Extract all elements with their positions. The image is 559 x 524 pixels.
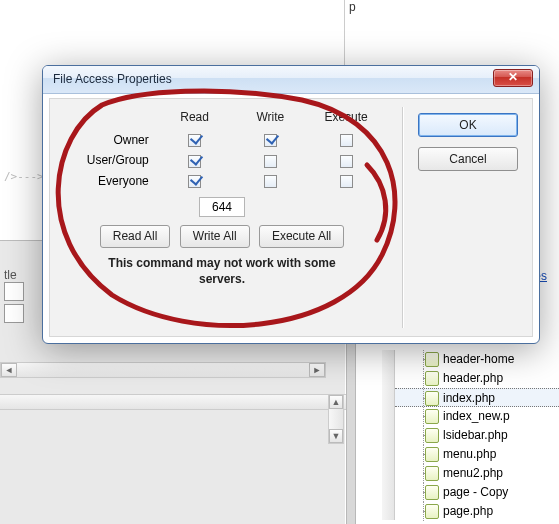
close-icon: ✕ — [508, 70, 518, 84]
php-file-icon — [425, 504, 439, 519]
scroll-down-icon[interactable]: ▼ — [329, 429, 343, 443]
file-name: header-home — [443, 352, 514, 366]
file-row[interactable]: lsidebar.php — [395, 426, 559, 445]
file-name: page - Copy — [443, 485, 508, 499]
php-file-icon — [425, 485, 439, 500]
php-file-icon — [425, 466, 439, 481]
file-name: page.php — [443, 504, 493, 518]
row-everyone-label: Everyone — [60, 171, 157, 191]
panel-drag-bar[interactable] — [0, 394, 346, 410]
php-file-icon — [425, 447, 439, 462]
scroll-left-icon[interactable]: ◄ — [1, 363, 17, 377]
file-row[interactable]: menu.php — [395, 445, 559, 464]
file-name: menu.php — [443, 447, 496, 461]
properties-field-1[interactable] — [4, 282, 24, 301]
properties-title-fragment: tle — [4, 268, 17, 282]
cancel-button[interactable]: Cancel — [418, 147, 518, 171]
php-file-icon — [425, 409, 439, 424]
file-row[interactable]: header.php — [395, 369, 559, 388]
bulk-buttons-row: Read All Write All Execute All — [60, 225, 384, 248]
scroll-right-icon[interactable]: ► — [309, 363, 325, 377]
file-row[interactable]: header-home — [395, 350, 559, 369]
dialog-title: File Access Properties — [53, 72, 172, 86]
execute-all-button[interactable]: Execute All — [259, 225, 344, 248]
ok-button[interactable]: OK — [418, 113, 518, 137]
file-name: menu2.php — [443, 466, 503, 480]
file-list: header-home header.php index.php index_n… — [395, 350, 559, 521]
warning-text: This command may not work with some serv… — [60, 256, 384, 287]
everyone-execute-checkbox[interactable] — [340, 175, 353, 188]
dialog-titlebar[interactable]: File Access Properties ✕ — [43, 66, 539, 94]
owner-write-checkbox[interactable] — [264, 134, 277, 147]
everyone-write-checkbox[interactable] — [264, 175, 277, 188]
dialog-side-buttons: OK Cancel — [418, 113, 518, 181]
file-name: lsidebar.php — [443, 428, 508, 442]
group-read-checkbox[interactable] — [188, 155, 201, 168]
properties-field-2[interactable] — [4, 304, 24, 323]
php-file-icon — [425, 391, 439, 406]
owner-execute-checkbox[interactable] — [340, 134, 353, 147]
file-list-scrollbar[interactable] — [382, 350, 395, 520]
write-all-button[interactable]: Write All — [180, 225, 250, 248]
panel-scrollbar-vertical[interactable]: ▲ ▼ — [328, 394, 344, 444]
file-row[interactable]: menu2.php — [395, 464, 559, 483]
file-row[interactable]: page - Copy — [395, 483, 559, 502]
php-file-icon — [425, 428, 439, 443]
numeric-mode-field[interactable]: 644 — [199, 197, 245, 217]
col-execute: Execute — [308, 109, 384, 130]
file-name: index.php — [443, 391, 495, 405]
php-file-icon — [425, 352, 439, 367]
group-execute-checkbox[interactable] — [340, 155, 353, 168]
row-owner-label: Owner — [60, 130, 157, 150]
group-write-checkbox[interactable] — [264, 155, 277, 168]
file-row-selected[interactable]: index.php — [395, 388, 559, 407]
file-name: index_new.p — [443, 409, 510, 423]
permissions-area: Read Write Execute Owner User/Group — [60, 109, 384, 287]
file-access-properties-dialog: File Access Properties ✕ Read Write Exec… — [42, 65, 540, 344]
owner-read-checkbox[interactable] — [188, 134, 201, 147]
properties-scrollbar-horizontal[interactable]: ◄ ► — [0, 362, 326, 378]
row-group-label: User/Group — [60, 150, 157, 170]
php-file-icon — [425, 371, 439, 386]
col-read: Read — [157, 109, 233, 130]
file-row[interactable]: page.php — [395, 502, 559, 521]
code-text: />---> — [4, 170, 44, 183]
dialog-body: Read Write Execute Owner User/Group — [49, 98, 533, 337]
read-all-button[interactable]: Read All — [100, 225, 171, 248]
close-button[interactable]: ✕ — [493, 69, 533, 87]
file-row[interactable]: index_new.p — [395, 407, 559, 426]
scroll-up-icon[interactable]: ▲ — [329, 395, 343, 409]
everyone-read-checkbox[interactable] — [188, 175, 201, 188]
col-write: Write — [233, 109, 309, 130]
permissions-table: Read Write Execute Owner User/Group — [60, 109, 384, 191]
dialog-divider — [402, 107, 404, 328]
file-name: header.php — [443, 371, 503, 385]
